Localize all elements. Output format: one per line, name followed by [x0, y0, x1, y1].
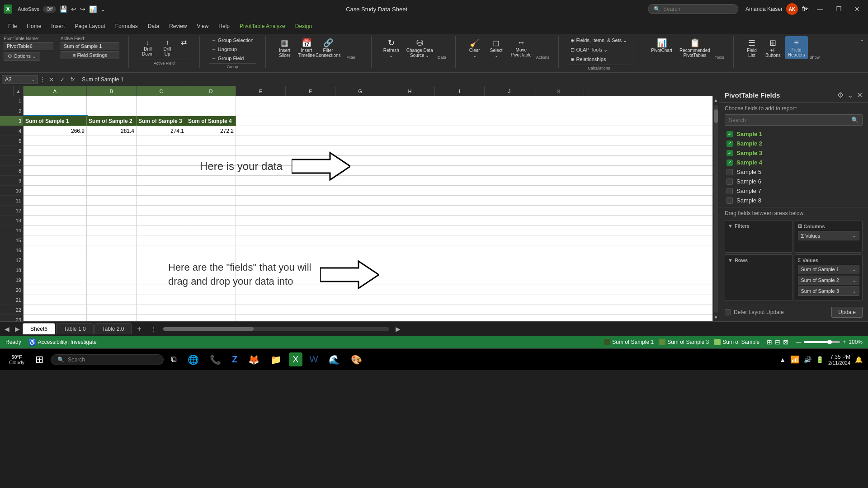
cell-A23[interactable]: [24, 315, 87, 321]
cell-B18[interactable]: [87, 265, 137, 275]
taskbar-app-edge[interactable]: 🌐: [184, 352, 203, 367]
field-item-sample2[interactable]: ✓ Sample 2: [725, 139, 863, 148]
cell-D8[interactable]: [186, 166, 236, 176]
avatar[interactable]: AK: [786, 3, 798, 15]
row-num-12[interactable]: 12: [0, 206, 23, 216]
cell-C16[interactable]: [137, 245, 186, 255]
menu-help[interactable]: Help: [214, 21, 234, 31]
field-item-sample4[interactable]: ✓ Sample 4: [725, 158, 863, 167]
recommended-pivottables-button[interactable]: 📋RecommendedPivotTables: [677, 36, 713, 60]
col-header-corner[interactable]: ▲: [14, 86, 24, 96]
cell-D23[interactable]: [186, 315, 236, 321]
select-button[interactable]: ◻Select⌄: [486, 36, 506, 60]
cell-A12[interactable]: [24, 206, 87, 216]
values-sample2-item[interactable]: Sum of Sample 2 ⌄: [798, 276, 860, 285]
columns-values-item[interactable]: Σ Values ⌄: [798, 231, 860, 240]
pivot-settings-icon[interactable]: ⚙: [837, 91, 844, 99]
filter-connections-button[interactable]: 🔗FilterConnections: [318, 36, 338, 60]
scroll-thumb[interactable]: [714, 109, 718, 123]
cell-B5[interactable]: [87, 136, 137, 146]
sheet-tab-table1[interactable]: Table 1.0: [56, 323, 94, 334]
taskbar-app-files[interactable]: 📁: [267, 352, 285, 367]
col-header-D[interactable]: D: [186, 86, 236, 96]
cell-C6[interactable]: [137, 146, 186, 156]
scroll-up-arrow[interactable]: ▲: [714, 96, 718, 104]
taskbar-app-zoom[interactable]: Z: [228, 352, 241, 366]
cell-E13[interactable]: [236, 216, 712, 225]
cell-A7[interactable]: [24, 156, 87, 166]
cell-C17[interactable]: [137, 255, 186, 265]
row-num-22[interactable]: 22: [0, 305, 23, 315]
cell-A20[interactable]: [24, 285, 87, 295]
values-sample2-dropdown[interactable]: ⌄: [852, 277, 856, 283]
row-num-10[interactable]: 10: [0, 186, 23, 196]
cell-D15[interactable]: [186, 235, 236, 245]
clock[interactable]: 7:35 PM 2/11/2024: [828, 354, 850, 366]
cell-B3[interactable]: Sum of Sample 2: [87, 116, 137, 126]
zoom-in-button[interactable]: +: [843, 339, 846, 345]
row-num-11[interactable]: 11: [0, 196, 23, 206]
task-view-button[interactable]: ⧉: [167, 353, 180, 366]
cell-B16[interactable]: [87, 245, 137, 255]
cell-A13[interactable]: [24, 216, 87, 225]
values-sample1-dropdown[interactable]: ⌄: [852, 267, 856, 272]
update-button[interactable]: Update: [831, 307, 863, 318]
cell-C5[interactable]: [137, 136, 186, 146]
col-header-A[interactable]: A: [24, 86, 87, 96]
field-checkbox-sample1[interactable]: ✓: [726, 131, 733, 137]
row-num-14[interactable]: 14: [0, 225, 23, 235]
fields-items-sets-button[interactable]: ⊞ Fields, Items, & Sets ⌄: [568, 36, 630, 45]
row-num-1[interactable]: 1: [0, 96, 23, 106]
cell-B1[interactable]: [87, 96, 137, 106]
cell-B15[interactable]: [87, 235, 137, 245]
taskbar-app-paint[interactable]: 🎨: [347, 352, 366, 367]
cell-A14[interactable]: [24, 225, 87, 235]
cell-E7[interactable]: [236, 156, 712, 166]
cell-E8[interactable]: [236, 166, 712, 176]
rows-area[interactable]: ▼ Rows: [725, 254, 793, 301]
olap-tools-button[interactable]: ⊟ OLAP Tools ⌄: [568, 46, 630, 54]
cell-C18[interactable]: [137, 265, 186, 275]
cell-D14[interactable]: [186, 225, 236, 235]
group-field-button[interactable]: → Group Field: [209, 54, 256, 62]
search-input[interactable]: [663, 6, 726, 12]
add-sheet-button[interactable]: +: [132, 323, 146, 335]
redo-icon[interactable]: ↪: [80, 5, 85, 13]
field-headers-button[interactable]: ≡FieldHeaders: [785, 36, 808, 59]
name-box[interactable]: A3 ⌄: [2, 75, 38, 84]
cell-B23[interactable]: [87, 315, 137, 321]
cell-B14[interactable]: [87, 225, 137, 235]
cell-C14[interactable]: [137, 225, 186, 235]
cell-E5[interactable]: [236, 136, 712, 146]
cell-D21[interactable]: [186, 295, 236, 305]
quick-analysis-icon[interactable]: 📊: [89, 5, 97, 13]
field-checkbox-sample2[interactable]: ✓: [726, 141, 733, 147]
field-settings-button[interactable]: ≡ Field Settings: [61, 51, 119, 59]
cell-C22[interactable]: [137, 305, 186, 315]
cell-E6[interactable]: [236, 146, 712, 156]
insert-slicer-button[interactable]: ▦InsertSlicer: [275, 36, 295, 60]
change-data-source-button[interactable]: ⛁Change DataSource ⌄: [404, 36, 436, 60]
notification-icon[interactable]: 🔔: [855, 356, 863, 363]
row-num-8[interactable]: 8: [0, 166, 23, 176]
cell-C21[interactable]: [137, 295, 186, 305]
cell-B17[interactable]: [87, 255, 137, 265]
filters-area[interactable]: ▼ Filters: [725, 220, 793, 253]
col-header-G[interactable]: G: [335, 86, 385, 96]
cell-C1[interactable]: [137, 96, 186, 106]
cell-E14[interactable]: [236, 225, 712, 235]
pivot-search-box[interactable]: 🔍: [725, 114, 863, 126]
cell-A17[interactable]: [24, 255, 87, 265]
col-header-B[interactable]: B: [87, 86, 137, 96]
field-checkbox-sample3[interactable]: ✓: [726, 150, 733, 156]
field-checkbox-sample4[interactable]: ✓: [726, 160, 733, 166]
cell-A9[interactable]: [24, 176, 87, 186]
pivot-close-icon[interactable]: ✕: [857, 91, 863, 99]
system-tray-icon[interactable]: ▲: [779, 356, 786, 363]
drill-up-button[interactable]: ↑ DrillUp: [160, 36, 175, 59]
cell-D6[interactable]: [186, 146, 236, 156]
cell-D2[interactable]: [186, 106, 236, 116]
cell-C10[interactable]: [137, 186, 186, 196]
taskbar-app-teams[interactable]: 📞: [206, 352, 225, 367]
menu-formulas[interactable]: Formulas: [111, 21, 142, 31]
